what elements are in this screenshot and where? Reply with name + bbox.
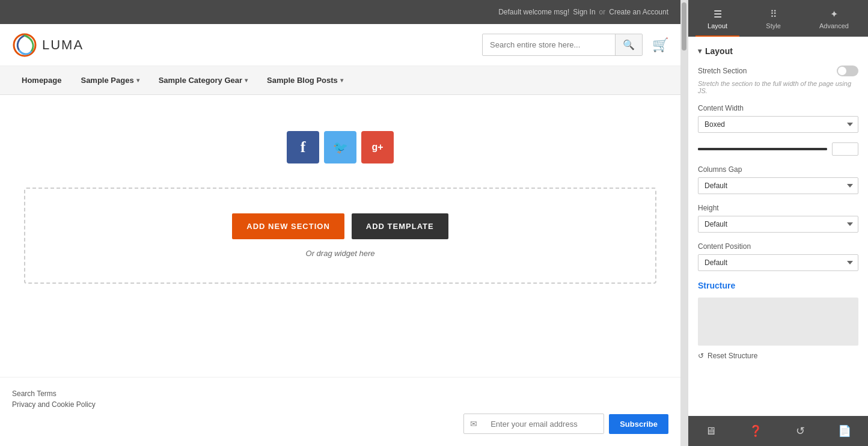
height-label: Height [698, 204, 858, 212]
structure-title: Structure [698, 281, 858, 290]
layout-section-header: ▾ Layout [698, 46, 858, 56]
scroll-thumb[interactable] [682, 2, 686, 50]
stretch-toggle-row: Stretch Section [698, 66, 858, 76]
logo-area: LUMA [12, 32, 482, 58]
twitter-button[interactable]: 🐦 [324, 131, 356, 163]
sign-in-link[interactable]: Sign In [573, 8, 595, 16]
footer-link-search[interactable]: Search Terms [12, 389, 668, 398]
style-icon: ⠿ [770, 8, 777, 20]
search-area: 🔍 [482, 34, 643, 56]
logo-icon [12, 32, 37, 58]
add-new-section-button[interactable]: ADD NEW SECTION [232, 213, 344, 239]
help-icon[interactable]: ❓ [743, 422, 768, 440]
chevron-down-icon: ▾ [245, 77, 248, 84]
height-row: Height Default Fit to Screen Min Height [698, 204, 858, 233]
panel-content: ▾ Layout Stretch Section Stretch the sec… [688, 37, 868, 416]
main-area: Default welcome msg! Sign In or Create a… [0, 0, 680, 446]
panel-bottom-bar: 🖥 ❓ ↺ 📄 [688, 416, 868, 446]
nav-label-sample-pages: Sample Pages [81, 76, 133, 85]
social-section: f 🐦 g+ [12, 107, 668, 182]
document-icon[interactable]: 📄 [832, 422, 857, 440]
tab-style-label: Style [766, 22, 780, 29]
advanced-icon: ✦ [830, 8, 838, 20]
nav-bar: Homepage Sample Pages ▾ Sample Category … [0, 66, 680, 95]
add-template-button[interactable]: ADD TEMPLATE [352, 213, 448, 239]
monitor-icon[interactable]: 🖥 [699, 423, 722, 440]
envelope-icon: ✉ [464, 414, 483, 433]
collapse-icon[interactable]: ▾ [698, 47, 701, 55]
slider-fill [698, 148, 827, 150]
tab-layout[interactable]: ☰ Layout [695, 5, 739, 37]
columns-gap-select[interactable]: Default No Gap Narrow Wide [698, 177, 858, 194]
cart-button[interactable]: 🛒 [652, 37, 668, 53]
facebook-icon: f [301, 138, 306, 156]
height-select[interactable]: Default Fit to Screen Min Height [698, 216, 858, 233]
undo-icon[interactable]: ↺ [790, 422, 811, 440]
stretch-section-label: Stretch Section [698, 67, 747, 75]
nav-item-sample-pages[interactable]: Sample Pages ▾ [71, 67, 148, 93]
chevron-down-icon: ▾ [340, 77, 343, 84]
subscribe-button[interactable]: Subscribe [609, 414, 668, 434]
facebook-button[interactable]: f [287, 131, 319, 163]
top-bar: Default welcome msg! Sign In or Create a… [0, 0, 680, 24]
content-position-select[interactable]: Default Top Middle Bottom [698, 254, 858, 271]
googleplus-icon: g+ [371, 142, 383, 153]
site-footer: Search Terms Privacy and Cookie Policy ✉… [0, 377, 680, 446]
tab-advanced[interactable]: ✦ Advanced [807, 5, 861, 37]
right-panel: ☰ Layout ⠿ Style ✦ Advanced ▾ Layout Str… [688, 0, 868, 446]
slider-track[interactable] [698, 148, 827, 150]
reset-structure-button[interactable]: ↺ Reset Structure [698, 352, 858, 360]
drag-hint: Or drag widget here [306, 249, 375, 258]
footer-link-privacy[interactable]: Privacy and Cookie Policy [12, 400, 668, 409]
layout-icon: ☰ [714, 8, 722, 20]
or-separator: or [599, 8, 606, 16]
toggle-thumb [838, 67, 846, 75]
nav-label-blog-posts: Sample Blog Posts [267, 76, 338, 85]
content-width-select[interactable]: Boxed Full Width Full Stretch [698, 116, 858, 133]
reset-structure-label: Reset Structure [708, 352, 757, 360]
drop-zone-buttons: ADD NEW SECTION ADD TEMPLATE [232, 213, 448, 239]
nav-item-category-gear[interactable]: Sample Category Gear ▾ [149, 67, 257, 93]
content-area: f 🐦 g+ ADD NEW SECTION ADD TEMPLATE Or d… [0, 95, 680, 377]
footer-email-row: ✉ Subscribe [12, 414, 668, 434]
search-button[interactable]: 🔍 [615, 34, 642, 55]
scrollbar[interactable] [680, 0, 688, 446]
stretch-section-toggle[interactable] [837, 66, 858, 76]
site-header: LUMA 🔍 🛒 [0, 24, 680, 66]
drop-zone: ADD NEW SECTION ADD TEMPLATE Or drag wid… [24, 188, 656, 284]
content-position-label: Content Position [698, 242, 858, 251]
slider-row [698, 142, 858, 156]
structure-preview [698, 298, 858, 346]
logo-text: LUMA [42, 37, 84, 53]
content-position-row: Content Position Default Top Middle Bott… [698, 242, 858, 271]
tab-layout-label: Layout [708, 22, 727, 29]
content-width-row: Content Width Boxed Full Width Full Stre… [698, 104, 858, 133]
nav-item-blog-posts[interactable]: Sample Blog Posts ▾ [257, 67, 353, 93]
columns-gap-label: Columns Gap [698, 165, 858, 174]
welcome-message: Default welcome msg! [498, 8, 569, 16]
layout-section-title: Layout [705, 46, 733, 56]
nav-label-homepage: Homepage [22, 76, 61, 85]
tab-advanced-label: Advanced [819, 22, 849, 29]
googleplus-button[interactable]: g+ [361, 131, 394, 163]
chevron-down-icon: ▾ [136, 77, 139, 84]
stretch-hint: Stretch the section to the full width of… [698, 80, 858, 94]
reset-icon: ↺ [698, 352, 704, 360]
stretch-section-row: Stretch Section Stretch the section to t… [698, 66, 858, 94]
email-input[interactable] [483, 415, 604, 433]
nav-label-category-gear: Sample Category Gear [159, 76, 242, 85]
columns-gap-row: Columns Gap Default No Gap Narrow Wide [698, 165, 858, 194]
slider-input[interactable] [832, 142, 858, 156]
panel-tabs: ☰ Layout ⠿ Style ✦ Advanced [688, 0, 868, 37]
search-input[interactable] [483, 35, 615, 54]
twitter-icon: 🐦 [333, 140, 348, 154]
create-account-link[interactable]: Create an Account [609, 8, 668, 16]
email-input-wrap: ✉ [463, 414, 604, 434]
nav-item-homepage[interactable]: Homepage [12, 67, 71, 93]
content-width-label: Content Width [698, 104, 858, 112]
tab-style[interactable]: ⠿ Style [754, 5, 792, 37]
